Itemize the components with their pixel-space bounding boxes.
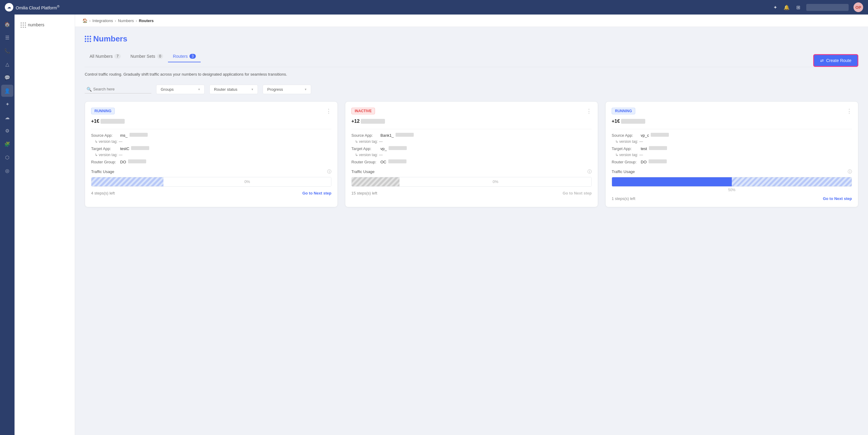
progress-chevron-icon: ▾	[305, 88, 307, 91]
groups-filter[interactable]: Groups ▾	[156, 85, 205, 94]
router-card-2: INACTIVE ⋮ +12 Source App: Bank1_ ↳ vers…	[345, 101, 598, 207]
filters-row: 🔍 Groups ▾ Router status ▾ Progress ▾	[85, 85, 858, 94]
card-2-menu-icon[interactable]: ⋮	[586, 108, 592, 114]
create-route-button[interactable]: ⇄ Create Route	[813, 54, 858, 67]
card-3-phone: +1€	[612, 119, 852, 124]
top-navigation: ☁ Omilia Cloud Platform® ✦ 🔔 ⊞ OP	[0, 0, 868, 14]
card-3-traffic: Traffic Usage ⓘ 50%	[612, 169, 852, 192]
logo-icon: ☁	[5, 3, 13, 11]
sidebar-item-circle[interactable]: ◎	[1, 165, 13, 177]
breadcrumb: 🏠 › Integrations › Numbers › Routers	[75, 14, 868, 27]
create-route-icon: ⇄	[820, 58, 824, 63]
sidebar-item-gear[interactable]: ⚙	[1, 125, 13, 137]
card-1-status-badge: RUNNING	[91, 108, 115, 114]
card-2-target-version: ↳ version tag: —	[355, 153, 592, 157]
page-header: Numbers	[85, 34, 858, 43]
card-1-steps-left: 4 steps(s) left	[91, 191, 115, 195]
card-3-router-group: Router Group: DO	[612, 159, 852, 164]
card-1-source-version: ↳ version tag: —	[95, 139, 332, 144]
breadcrumb-integrations[interactable]: Integrations	[92, 19, 113, 23]
sidebar-item-home[interactable]: 🏠	[1, 18, 13, 30]
card-2-info-icon[interactable]: ⓘ	[587, 169, 592, 174]
card-2-header: INACTIVE ⋮	[351, 108, 592, 114]
tabs-bar: All Numbers 7 Number Sets 0 Routers 3	[85, 51, 813, 62]
top-nav-icons: ✦ 🔔 ⊞ OP	[772, 2, 863, 12]
sidebar-item-users[interactable]: 👤	[1, 85, 13, 97]
card-1-traffic-bar: 0%	[91, 177, 332, 187]
card-3-traffic-bar	[612, 177, 852, 187]
card-3-next-step-button[interactable]: Go to Next step	[823, 196, 852, 201]
card-2-footer: 15 steps(s) left Go to Next step	[351, 191, 592, 195]
router-card-3: RUNNING ⋮ +1€ Source App: vp_c ↳ version…	[605, 101, 858, 207]
tab-number-sets[interactable]: Number Sets 0	[126, 51, 168, 62]
card-3-status-badge: RUNNING	[612, 108, 635, 114]
app-name: Omilia Cloud Platform®	[16, 4, 60, 10]
card-1-header: RUNNING ⋮	[91, 108, 332, 114]
page-dots-icon	[85, 36, 90, 42]
card-1-next-step-button[interactable]: Go to Next step	[302, 191, 332, 195]
card-2-traffic-bar: 0%	[351, 177, 592, 187]
search-input[interactable]	[85, 85, 151, 94]
card-3-source-version: ↳ version tag: —	[615, 139, 852, 144]
card-1-phone: +1€	[91, 119, 332, 124]
progress-filter[interactable]: Progress ▾	[263, 85, 311, 94]
cards-grid: RUNNING ⋮ +1€ Source App: ms_ ↳ version …	[85, 101, 858, 207]
tab-all-numbers[interactable]: All Numbers 7	[85, 51, 126, 62]
tab-description: Control traffic routing. Gradually shift…	[85, 71, 858, 77]
card-1-target-version: ↳ version tag: —	[95, 153, 332, 157]
card-3-menu-icon[interactable]: ⋮	[846, 108, 852, 114]
card-1-footer: 4 steps(s) left Go to Next step	[91, 191, 332, 195]
sub-sidebar-numbers[interactable]: numbers	[14, 20, 75, 30]
top-search-input[interactable]	[806, 4, 849, 11]
card-2-phone: +12	[351, 119, 592, 124]
card-3-target-app: Target App: test	[612, 146, 852, 151]
sidebar-item-phone[interactable]: 📞	[1, 45, 13, 57]
sidebar-item-chart[interactable]: △	[1, 58, 13, 70]
card-2-next-step-button: Go to Next step	[563, 191, 592, 195]
card-3-header: RUNNING ⋮	[612, 108, 852, 114]
sidebar-item-network[interactable]: ⬡	[1, 151, 13, 163]
card-1-router-group: Router Group: DO	[91, 159, 332, 164]
card-2-steps-left: 15 steps(s) left	[351, 191, 377, 195]
page-content: Numbers All Numbers 7 Number Sets 0 Rout…	[75, 27, 868, 214]
sidebar-item-chat[interactable]: 💬	[1, 71, 13, 83]
home-breadcrumb-icon[interactable]: 🏠	[82, 18, 88, 23]
search-icon: 🔍	[87, 87, 92, 92]
card-2-router-group: Router Group: OC	[351, 159, 592, 164]
sidebar-item-puzzle[interactable]: 🧩	[1, 138, 13, 150]
sidebar-item-star[interactable]: ✦	[1, 98, 13, 110]
sidebar-item-menu[interactable]: ☰	[1, 31, 13, 43]
card-3-target-version: ↳ version tag: —	[615, 153, 852, 157]
card-1-info-icon[interactable]: ⓘ	[327, 169, 332, 174]
card-2-target-app: Target App: vp_	[351, 146, 592, 151]
card-3-source-app: Source App: vp_c	[612, 133, 852, 138]
notifications-icon[interactable]: 🔔	[783, 4, 790, 10]
router-status-chevron-icon: ▾	[251, 88, 253, 91]
sub-sidebar-label: numbers	[28, 22, 44, 27]
breadcrumb-numbers[interactable]: Numbers	[118, 19, 134, 23]
router-card-1: RUNNING ⋮ +1€ Source App: ms_ ↳ version …	[85, 101, 338, 207]
sub-sidebar: numbers	[14, 14, 75, 435]
card-2-source-version: ↳ version tag: —	[355, 139, 592, 144]
user-avatar[interactable]: OP	[854, 2, 863, 12]
card-1-traffic: Traffic Usage ⓘ 0%	[91, 169, 332, 187]
tab-routers[interactable]: Routers 3	[168, 51, 200, 62]
sidebar-item-cloud[interactable]: ☁	[1, 111, 13, 124]
main-content: 🏠 › Integrations › Numbers › Routers Num…	[75, 14, 868, 435]
search-box: 🔍	[85, 85, 151, 94]
card-1-source-app: Source App: ms_	[91, 133, 332, 138]
router-status-filter[interactable]: Router status ▾	[210, 85, 258, 94]
card-3-footer: 1 steps(s) left Go to Next step	[612, 196, 852, 201]
settings-icon[interactable]: ✦	[772, 4, 778, 10]
card-3-info-icon[interactable]: ⓘ	[848, 169, 852, 174]
card-2-traffic: Traffic Usage ⓘ 0%	[351, 169, 592, 187]
page-title: Numbers	[93, 34, 127, 43]
card-2-status-badge: INACTIVE	[351, 108, 375, 114]
card-2-source-app: Source App: Bank1_	[351, 133, 592, 138]
card-3-steps-left: 1 steps(s) left	[612, 196, 635, 201]
main-sidebar: 🏠 ☰ 📞 △ 💬 👤 ✦ ☁ ⚙ 🧩 ⬡ ◎	[0, 14, 14, 435]
breadcrumb-current: Routers	[139, 19, 154, 23]
app-logo[interactable]: ☁ Omilia Cloud Platform®	[5, 3, 768, 11]
card-1-menu-icon[interactable]: ⋮	[326, 108, 332, 114]
dashboard-icon[interactable]: ⊞	[795, 4, 801, 10]
